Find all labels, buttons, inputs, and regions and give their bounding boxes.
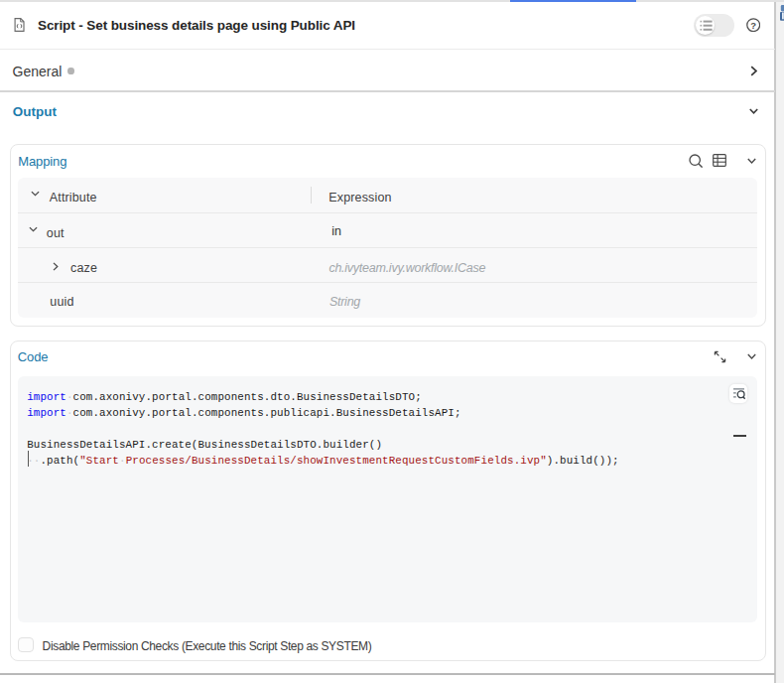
svg-text:?: ? [750,20,756,31]
